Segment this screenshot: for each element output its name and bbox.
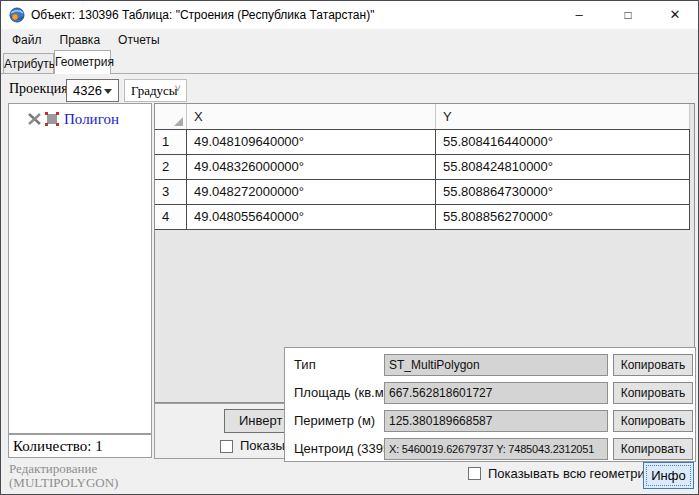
info-row-perimeter: Периметр (м) 125.380189668587 Копировать <box>285 410 695 432</box>
menu-reports[interactable]: Отчеты <box>109 29 168 51</box>
x-cell[interactable]: 49.048109640000° <box>187 130 436 155</box>
y-cell[interactable]: 55.808856270000° <box>436 205 690 230</box>
menu-bar: Файл Правка Отчеты <box>1 29 698 51</box>
x-cell[interactable]: 49.048055640000° <box>187 205 436 230</box>
row-number-cell[interactable]: 1 <box>155 130 187 155</box>
table-row[interactable]: 3 49.048272000000° 55.808864730000° <box>155 180 690 205</box>
maximize-icon[interactable]: □ <box>605 1 651 29</box>
info-label: Периметр (м) <box>294 410 375 432</box>
tab-geometry[interactable]: Геометрия <box>54 50 111 74</box>
tab-attributes[interactable]: Атрибуты <box>3 53 54 74</box>
info-value-field[interactable]: 667.562818601727 <box>384 382 608 404</box>
title-bar: Объект: 130396 Таблица: "Строения (Респу… <box>1 1 698 29</box>
table-row[interactable]: 2 49.048326000000° 55.808424810000° <box>155 155 690 180</box>
projection-units-dropdown[interactable]: Градусы ˅ <box>124 79 187 102</box>
row-number-cell[interactable]: 2 <box>155 155 187 180</box>
info-value-field[interactable]: 125.380189668587 <box>384 410 608 432</box>
info-label: Тип <box>294 354 316 376</box>
table-row[interactable]: 1 49.048109640000° 55.808416440000° <box>155 130 690 155</box>
geometry-tree-panel: Полигон <box>8 103 152 434</box>
info-row-type: Тип ST_MultiPolygon Копировать <box>285 354 695 376</box>
status-geometry-type-text: (MULTIPOLYGON) <box>9 475 118 491</box>
tree-item-polygon[interactable]: Полигон <box>27 110 119 128</box>
projection-epsg-value: 4326 <box>73 80 102 101</box>
table-header-row: X Y <box>155 104 690 130</box>
info-row-area: Площадь (кв.м) 667.562818601727 Копирова… <box>285 382 695 404</box>
x-cell[interactable]: 49.048272000000° <box>187 180 436 205</box>
info-label: Центроид (3395) <box>294 438 394 460</box>
projection-epsg-dropdown[interactable]: 4326 <box>66 79 119 102</box>
row-number-cell[interactable]: 3 <box>155 180 187 205</box>
menu-file[interactable]: Файл <box>3 29 51 51</box>
projection-label: Проекция: <box>9 81 72 97</box>
y-cell[interactable]: 55.808424810000° <box>436 155 690 180</box>
close-icon[interactable]: ✕ <box>652 1 698 29</box>
y-cell[interactable]: 55.808864730000° <box>436 180 690 205</box>
table-row[interactable]: 4 49.048055640000° 55.808856270000° <box>155 205 690 230</box>
show-all-geometry-checkbox[interactable] <box>468 467 481 480</box>
chevron-down-icon: ˅ <box>175 82 181 94</box>
menu-edit[interactable]: Правка <box>51 29 110 51</box>
info-value-field[interactable]: ST_MultiPolygon <box>384 354 608 376</box>
globe-icon <box>9 7 25 23</box>
geometry-info-popup: Тип ST_MultiPolygon Копировать Площадь (… <box>284 347 696 462</box>
count-box: Количество: 1 <box>8 434 152 458</box>
info-value-field[interactable]: X: 5460019.62679737 Y: 7485043.2312051 <box>384 438 608 460</box>
x-cell[interactable]: 49.048326000000° <box>187 155 436 180</box>
copy-button[interactable]: Копировать <box>613 410 693 432</box>
y-cell[interactable]: 55.808416440000° <box>436 130 690 155</box>
info-label: Площадь (кв.м) <box>294 382 388 404</box>
show-checkbox-label: Показы <box>240 438 285 453</box>
app-window: Объект: 130396 Таблица: "Строения (Респу… <box>0 0 699 495</box>
tree-item-label: Полигон <box>64 111 119 128</box>
edit-tools-icon <box>27 112 42 126</box>
selection-rectangle-icon <box>45 112 59 126</box>
copy-button[interactable]: Копировать <box>613 438 693 460</box>
projection-units-value: Градусы <box>131 80 178 101</box>
row-number-cell[interactable]: 4 <box>155 205 187 230</box>
table-corner-cell[interactable] <box>155 104 187 129</box>
chevron-down-icon <box>104 89 112 94</box>
copy-button[interactable]: Копировать <box>613 354 693 376</box>
column-header-y[interactable]: Y <box>436 104 690 129</box>
window-title: Объект: 130396 Таблица: "Строения (Респу… <box>31 1 374 29</box>
column-header-x[interactable]: X <box>187 104 436 129</box>
table-corner-triangle-icon <box>174 117 183 126</box>
info-row-centroid: Центроид (3395) X: 5460019.62679737 Y: 7… <box>285 438 695 460</box>
show-all-geometry-label: Показывать всю геометрию <box>488 466 654 481</box>
show-checkbox[interactable] <box>220 440 233 453</box>
copy-button[interactable]: Копировать <box>613 382 693 404</box>
minimize-icon[interactable]: – <box>556 1 602 29</box>
info-button[interactable]: Инфо <box>643 462 694 489</box>
